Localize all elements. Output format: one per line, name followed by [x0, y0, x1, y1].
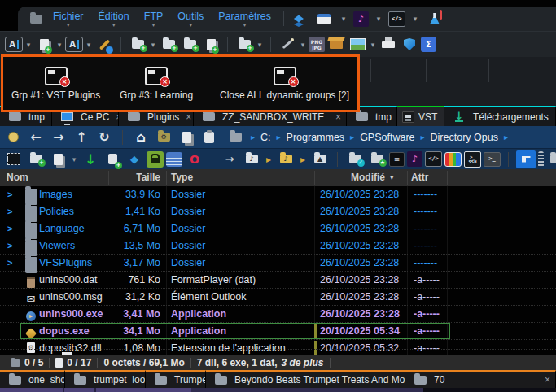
- caret-icon[interactable]: [24, 35, 33, 54]
- tab-close-icon[interactable]: ×: [542, 375, 550, 385]
- menu-outils[interactable]: Outils▾: [177, 11, 204, 28]
- caret-icon[interactable]: [374, 9, 383, 28]
- edit-pen-icon[interactable]: [94, 35, 114, 54]
- wand-icon[interactable]: [278, 35, 297, 54]
- clipboard-icon[interactable]: [199, 128, 219, 147]
- type-summary-more[interactable]: 3 de plus: [281, 357, 323, 368]
- tab-close-icon[interactable]: ×: [333, 112, 341, 122]
- copy-doc-icon[interactable]: [48, 150, 68, 169]
- breadcrumb-segment[interactable]: C:: [260, 132, 271, 143]
- breadcrumb-segment[interactable]: GPSoftware: [360, 132, 414, 143]
- file-row[interactable]: unins000.dat761 KoFormatPlayer (dat)26/1…: [0, 272, 556, 289]
- caret-icon[interactable]: [256, 35, 264, 54]
- tab-one-shots[interactable]: one_shots×: [0, 370, 65, 388]
- expand-chevron-icon[interactable]: >: [7, 186, 12, 203]
- music-folder-light-icon[interactable]: ♪: [242, 150, 261, 169]
- breadcrumb-segment[interactable]: Programmes: [287, 132, 345, 143]
- caret-icon[interactable]: [299, 35, 307, 54]
- new-folder-icon[interactable]: [26, 150, 46, 169]
- forward-icon[interactable]: [49, 128, 68, 147]
- vse-badge-icon[interactable]: [389, 152, 405, 167]
- copy-file-icon[interactable]: [34, 35, 54, 54]
- new-folder-doc-icon[interactable]: [180, 35, 199, 54]
- print-icon[interactable]: [379, 35, 398, 54]
- tab-close-icon[interactable]: ×: [183, 112, 191, 122]
- caret-icon[interactable]: [369, 35, 377, 54]
- caret-icon[interactable]: [339, 9, 348, 28]
- go-arrow-icon[interactable]: [220, 150, 239, 169]
- file-row[interactable]: >Language6,71 MoDossier26/10/2025 23:28-…: [0, 220, 556, 237]
- close-folder-icon[interactable]: [546, 150, 556, 169]
- folder-check-icon[interactable]: [345, 150, 365, 169]
- zipper-icon[interactable]: [538, 151, 544, 168]
- column-header-name[interactable]: Nom: [7, 169, 28, 186]
- up-icon[interactable]: [72, 128, 91, 147]
- red-o-icon[interactable]: [185, 150, 204, 169]
- terminal-icon[interactable]: [484, 152, 501, 167]
- column-header-type[interactable]: Type: [171, 169, 193, 186]
- menu-paramètres[interactable]: Paramètres▾: [218, 11, 271, 28]
- expand-chevron-icon[interactable]: >: [7, 203, 12, 220]
- image-bars-icon[interactable]: [444, 152, 462, 167]
- new-folder-key-icon[interactable]: [159, 35, 178, 54]
- new-folder-alt-icon[interactable]: [234, 35, 254, 54]
- music-note-icon[interactable]: [407, 151, 422, 167]
- file-row[interactable]: >Viewers13,5 MoDossier26/10/2025 23:28--…: [0, 237, 556, 255]
- diamond-icon[interactable]: [125, 150, 144, 169]
- list-format-icon[interactable]: [166, 152, 182, 167]
- breadcrumb-chevron-icon[interactable]: ▸: [504, 133, 508, 142]
- tab-close-icon[interactable]: ×: [553, 112, 556, 122]
- image-viewer-icon[interactable]: [348, 35, 367, 54]
- back-icon[interactable]: [26, 128, 46, 147]
- new-folder-icon[interactable]: [128, 35, 147, 54]
- caret-icon[interactable]: [411, 9, 419, 28]
- compass-icon[interactable]: [3, 128, 23, 147]
- chevron-icon[interactable]: [264, 150, 274, 169]
- rename-icon[interactable]: [65, 37, 83, 52]
- unpack-box-icon[interactable]: [326, 35, 346, 54]
- tab-trumpets[interactable]: Trumpets×: [146, 370, 206, 388]
- layers-icon[interactable]: [289, 9, 309, 28]
- folder-gear-icon[interactable]: ⚙: [154, 128, 173, 147]
- column-header-modified[interactable]: Modifié: [309, 169, 385, 186]
- caret-icon[interactable]: [55, 35, 63, 54]
- chevron-icon[interactable]: [298, 150, 308, 169]
- file-row[interactable]: >Images33,9 KoDossier26/10/2025 23:28---…: [0, 186, 556, 203]
- lock-icon[interactable]: [147, 151, 164, 168]
- expand-chevron-icon[interactable]: >: [7, 220, 12, 237]
- group-item-3[interactable]: Close ALL dynamic groups [2]: [212, 57, 357, 110]
- tab-beyondo-beats-trumpet-treats-and-more-vol-2[interactable]: Beyondo Beats Trumpet Treats And More Vo…: [206, 370, 405, 388]
- menu-édition[interactable]: Édition▾: [99, 11, 129, 28]
- code-icon[interactable]: [425, 151, 442, 167]
- png-jpg-icon[interactable]: PNGJPG: [309, 37, 325, 52]
- code-icon[interactable]: [388, 11, 405, 27]
- music-note-icon[interactable]: [353, 11, 369, 27]
- marquee-icon[interactable]: [4, 150, 24, 169]
- sigma-icon[interactable]: [421, 37, 436, 52]
- caret-icon[interactable]: [149, 35, 157, 54]
- column-header-attr[interactable]: Attr: [411, 169, 428, 186]
- group-item-2[interactable]: Grp #3: Learning: [108, 57, 204, 110]
- down-green-icon[interactable]: [81, 150, 100, 169]
- expand-chevron-icon[interactable]: >: [7, 237, 12, 254]
- file-row[interactable]: unins000.msg31,2 KoÉlément Outlook26/10/…: [0, 289, 556, 306]
- flask-icon[interactable]: [425, 9, 444, 28]
- column-header-size[interactable]: Taille: [90, 169, 160, 186]
- tab-t-l-chargements[interactable]: Téléchargements×: [444, 106, 556, 126]
- file-row[interactable]: unins000.exe3,41 MoApplication26/10/2025…: [0, 306, 556, 323]
- group-item-1[interactable]: Grp #1: VST Plugins: [3, 57, 108, 110]
- archive-button-icon[interactable]: [516, 150, 536, 168]
- tab-trumpet-loops[interactable]: trumpet_loops×: [65, 370, 146, 388]
- file-row[interactable]: >Policies1,41 KoDossier26/10/2025 23:28-…: [0, 203, 556, 220]
- expand-chevron-icon[interactable]: >: [7, 255, 12, 271]
- folder-star-icon[interactable]: [367, 150, 387, 169]
- menu-ftp[interactable]: FTP▾: [144, 11, 164, 28]
- defender-shield-icon[interactable]: [400, 35, 419, 54]
- new-file-icon[interactable]: [201, 35, 221, 54]
- rename-icon[interactable]: [5, 37, 23, 52]
- file-row[interactable]: dopus.exe34,1 MoApplication20/10/2025 05…: [0, 323, 556, 340]
- copy-doc-icon[interactable]: [177, 128, 196, 147]
- caret-icon[interactable]: [85, 35, 93, 54]
- tab-vst[interactable]: VST×: [397, 106, 444, 126]
- refresh-icon[interactable]: [94, 128, 114, 147]
